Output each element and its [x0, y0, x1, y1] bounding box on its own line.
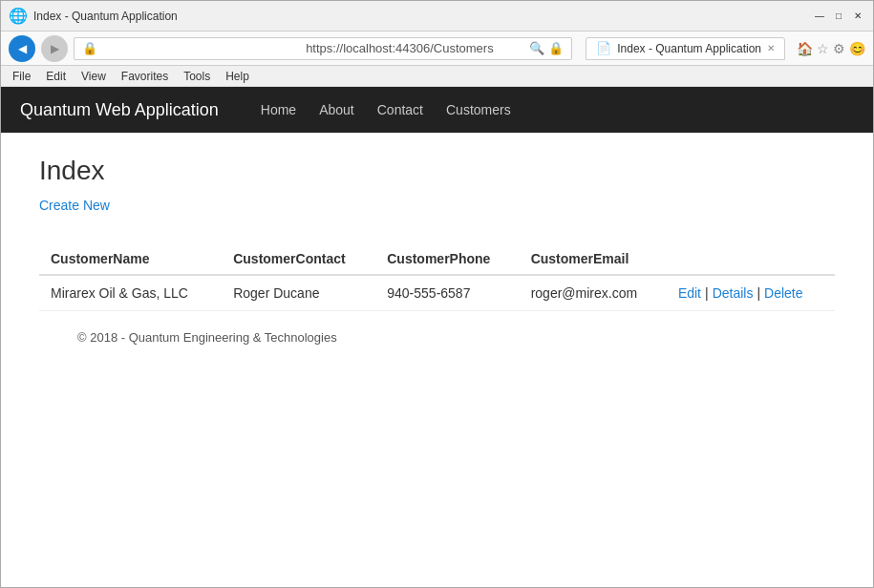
nav-customers[interactable]: Customers [446, 102, 511, 117]
window-frame: 🌐 Index - Quantum Application — □ ✕ ◀ ▶ … [0, 0, 874, 588]
address-bar: ◀ ▶ 🔒 https://localhost:44306/Customers … [1, 32, 873, 66]
cell-customer-name: Mirarex Oil & Gas, LLC [39, 275, 222, 311]
back-button[interactable]: ◀ [9, 35, 35, 62]
address-url[interactable]: https://localhost:44306/Customers [306, 41, 525, 55]
col-header-email: CustomerEmail [520, 243, 667, 275]
menu-tools[interactable]: Tools [183, 70, 210, 83]
table-header: CustomerName CustomerContact CustomerPho… [39, 243, 835, 275]
nav-home[interactable]: Home [261, 102, 296, 117]
customer-table: CustomerName CustomerContact CustomerPho… [39, 243, 835, 311]
close-button[interactable]: ✕ [850, 9, 865, 24]
col-header-phone: CustomerPhone [375, 243, 519, 275]
table-body: Mirarex Oil & Gas, LLC Roger Ducane 940-… [39, 275, 835, 311]
address-input-wrap: 🔒 https://localhost:44306/Customers 🔍 🔒 [74, 37, 572, 60]
app-nav: Quantum Web Application Home About Conta… [1, 87, 873, 133]
action-sep-1: | [705, 285, 709, 301]
menu-help[interactable]: Help [225, 70, 249, 83]
edit-link[interactable]: Edit [678, 285, 701, 301]
page-footer: © 2018 - Quantum Engineering & Technolog… [39, 311, 835, 345]
tab-close-button[interactable]: ✕ [767, 43, 775, 53]
nav-about[interactable]: About [319, 102, 354, 117]
action-sep-2: | [757, 285, 760, 301]
cell-customer-phone: 940-555-6587 [375, 275, 519, 311]
footer-text: © 2018 - Quantum Engineering & Technolog… [77, 330, 337, 345]
settings-icon[interactable]: ⚙ [833, 41, 845, 56]
menu-bar: File Edit View Favorites Tools Help [1, 66, 873, 87]
menu-favorites[interactable]: Favorites [121, 70, 168, 83]
cell-customer-email: roger@mirex.com [520, 275, 667, 311]
menu-view[interactable]: View [81, 70, 106, 83]
cell-actions: Edit | Details | Delete [667, 275, 835, 311]
tab-title: Index - Quantum Application [617, 42, 761, 55]
tab-bar: 📄 Index - Quantum Application ✕ [586, 37, 785, 60]
maximize-button[interactable]: □ [831, 9, 846, 24]
menu-edit[interactable]: Edit [46, 70, 66, 83]
col-header-actions [667, 243, 835, 275]
favorites-star-icon[interactable]: ☆ [817, 41, 829, 56]
col-header-name: CustomerName [39, 243, 222, 275]
smiley-icon: 😊 [849, 41, 865, 56]
menu-file[interactable]: File [12, 70, 31, 83]
browser-tab[interactable]: 📄 Index - Quantum Application ✕ [586, 37, 785, 60]
forward-button[interactable]: ▶ [41, 35, 68, 62]
search-icon: 🔍 [529, 41, 544, 55]
window-controls: — □ ✕ [812, 9, 865, 24]
page-title: Index [39, 156, 835, 186]
page-content: Index Create New CustomerName CustomerCo… [1, 133, 873, 587]
create-new-link[interactable]: Create New [39, 198, 110, 213]
home-icon[interactable]: 🏠 [797, 41, 813, 56]
window-title: Index - Quantum Application [33, 10, 178, 23]
delete-link[interactable]: Delete [764, 285, 802, 301]
title-bar-left: 🌐 Index - Quantum Application [9, 7, 178, 25]
favorites-buttons: 🏠 ☆ ⚙ 😊 [797, 41, 865, 56]
minimize-button[interactable]: — [812, 9, 827, 24]
cell-customer-contact: Roger Ducane [222, 275, 375, 311]
tab-favicon: 📄 [596, 41, 611, 55]
nav-contact[interactable]: Contact [377, 102, 423, 117]
address-lock-icon: 🔒 [82, 41, 302, 55]
details-link[interactable]: Details [713, 285, 754, 301]
title-bar: 🌐 Index - Quantum Application — □ ✕ [1, 1, 873, 32]
lock-icon: 🔒 [548, 41, 564, 55]
col-header-contact: CustomerContact [222, 243, 375, 275]
table-row: Mirarex Oil & Gas, LLC Roger Ducane 940-… [39, 275, 835, 311]
address-icons: 🔍 🔒 [529, 41, 564, 55]
ie-logo-icon: 🌐 [9, 7, 28, 25]
action-links: Edit | Details | Delete [678, 285, 823, 301]
app-title: Quantum Web Application [20, 100, 219, 120]
